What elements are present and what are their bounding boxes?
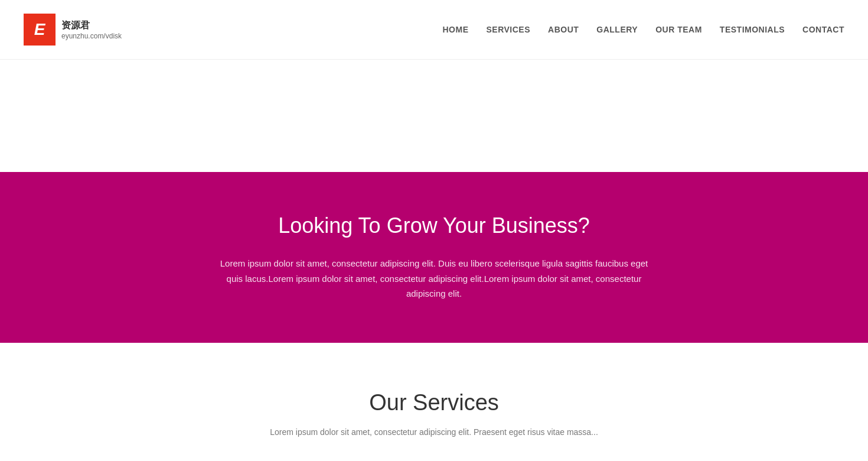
logo-url: eyunzhu.com/vdisk bbox=[61, 32, 122, 40]
nav-item-contact[interactable]: CONTACT bbox=[802, 25, 844, 34]
nav-item-testimonials[interactable]: TESTIMONIALS bbox=[720, 25, 785, 34]
logo[interactable]: E 资源君 eyunzhu.com/vdisk bbox=[24, 14, 122, 46]
logo-icon: E bbox=[24, 14, 56, 46]
nav-item-gallery[interactable]: GALLERY bbox=[596, 25, 638, 34]
services-section: Our Services Lorem ipsum dolor sit amet,… bbox=[0, 343, 868, 460]
main-nav: HOMESERVICESABOUTGALLERYOUR TEAMTESTIMON… bbox=[442, 25, 844, 34]
hero-white-section bbox=[0, 60, 868, 172]
magenta-banner: Looking To Grow Your Business? Lorem ips… bbox=[0, 172, 868, 343]
nav-item-home[interactable]: HOME bbox=[442, 25, 468, 34]
nav-item-our-team[interactable]: OUR TEAM bbox=[655, 25, 702, 34]
header: E 资源君 eyunzhu.com/vdisk HOMESERVICESABOU… bbox=[0, 0, 868, 60]
nav-item-services[interactable]: SERVICES bbox=[486, 25, 530, 34]
services-heading: Our Services bbox=[24, 390, 844, 415]
logo-name: 资源君 bbox=[61, 20, 122, 32]
nav-item-about[interactable]: ABOUT bbox=[548, 25, 579, 34]
services-body: Lorem ipsum dolor sit amet, consectetur … bbox=[227, 427, 641, 437]
logo-text-block: 资源君 eyunzhu.com/vdisk bbox=[61, 20, 122, 40]
banner-body: Lorem ipsum dolor sit amet, consectetur … bbox=[218, 256, 650, 301]
banner-heading: Looking To Grow Your Business? bbox=[24, 213, 844, 238]
